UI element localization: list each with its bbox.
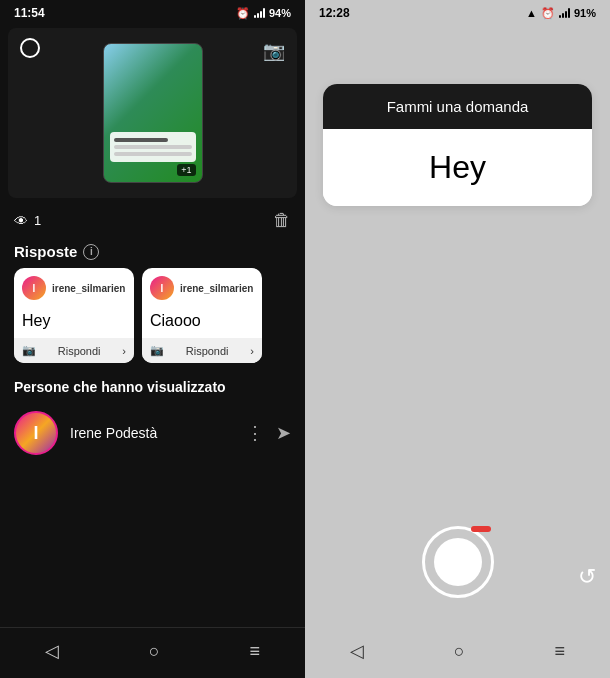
- delete-icon[interactable]: 🗑: [273, 210, 291, 231]
- left-bottom-nav: ◁ ○ ≡: [0, 627, 305, 678]
- response-avatar-0: I: [22, 276, 46, 300]
- views-count: 👁 1: [14, 213, 41, 229]
- left-status-bar: 11:54 ⏰ 94%: [0, 0, 305, 24]
- reply-btn-1[interactable]: 📷 Rispondi ›: [142, 338, 262, 363]
- reply-label-0: Rispondi: [58, 345, 101, 357]
- left-alarm-icon: ⏰: [236, 7, 250, 20]
- views-bar: 👁 1 🗑: [0, 202, 305, 239]
- person-actions-0: ⋮ ➤: [246, 422, 291, 444]
- right-status-bar: 12:28 ▲ ⏰ 91%: [305, 0, 610, 24]
- question-card-header: Fammi una domanda: [323, 84, 592, 129]
- response-username-0: irene_silmarien: [52, 283, 125, 294]
- right-back-btn[interactable]: ◁: [350, 640, 364, 662]
- response-username-1: irene_silmarien: [180, 283, 253, 294]
- reply-btn-icon-0: 📷: [22, 344, 36, 357]
- response-cards-container: I irene_silmarien Hey 📷 Rispondi › I ire…: [0, 268, 305, 363]
- right-menu-btn[interactable]: ≡: [555, 641, 566, 662]
- left-status-right: ⏰ 94%: [236, 7, 291, 20]
- response-text-0: Hey: [14, 308, 134, 338]
- chevron-right-icon-0: ›: [122, 345, 126, 357]
- story-preview[interactable]: +1 📷: [8, 28, 297, 198]
- reply-btn-icon-1: 📷: [150, 344, 164, 357]
- right-bottom-nav: ◁ ○ ≡: [305, 628, 610, 678]
- left-home-btn[interactable]: ○: [149, 641, 160, 662]
- left-time: 11:54: [14, 6, 45, 20]
- right-panel: 12:28 ▲ ⏰ 91% Fammi una domanda Hey ↺ ◁ …: [305, 0, 610, 678]
- rotate-camera-icon[interactable]: ↺: [578, 564, 596, 590]
- left-menu-btn[interactable]: ≡: [250, 641, 261, 662]
- right-home-btn[interactable]: ○: [454, 641, 465, 662]
- reply-label-1: Rispondi: [186, 345, 229, 357]
- camera-outer-ring[interactable]: [422, 526, 494, 598]
- response-card-0[interactable]: I irene_silmarien Hey 📷 Rispondi ›: [14, 268, 134, 363]
- story-thumb-card: [110, 132, 196, 162]
- person-name-0: Irene Podestà: [70, 425, 234, 441]
- right-alarm-icon: ⏰: [541, 7, 555, 20]
- left-battery: 94%: [269, 7, 291, 19]
- response-card-top-0: I irene_silmarien: [14, 268, 134, 308]
- story-ring-icon: [20, 38, 40, 58]
- camera-icon[interactable]: 📷: [263, 40, 285, 62]
- story-thumbnail: +1: [103, 43, 203, 183]
- chevron-right-icon-1: ›: [250, 345, 254, 357]
- more-options-icon[interactable]: ⋮: [246, 422, 264, 444]
- reply-btn-0[interactable]: 📷 Rispondi ›: [14, 338, 134, 363]
- info-icon[interactable]: i: [83, 244, 99, 260]
- question-card: Fammi una domanda Hey: [323, 84, 592, 206]
- person-row-0: I Irene Podestà ⋮ ➤: [0, 403, 305, 463]
- camera-shutter-area: [422, 526, 494, 598]
- right-arrow-icon: ▲: [526, 7, 537, 19]
- response-card-1[interactable]: I irene_silmarien Ciaooo 📷 Rispondi ›: [142, 268, 262, 363]
- eye-icon: 👁: [14, 213, 28, 229]
- views-number: 1: [34, 213, 41, 228]
- risposte-header: Risposte i: [0, 239, 305, 268]
- person-avatar-0: I: [14, 411, 58, 455]
- response-card-top-1: I irene_silmarien: [142, 268, 262, 308]
- right-battery: 91%: [574, 7, 596, 19]
- left-panel: 11:54 ⏰ 94% +1 📷 👁 1 🗑 Ris: [0, 0, 305, 678]
- right-time: 12:28: [319, 6, 350, 20]
- story-badge: +1: [177, 164, 195, 176]
- response-avatar-1: I: [150, 276, 174, 300]
- response-text-1: Ciaooo: [142, 308, 262, 338]
- send-icon[interactable]: ➤: [276, 422, 291, 444]
- people-section-label: Persone che hanno visualizzato: [0, 363, 305, 403]
- right-signal: [559, 8, 570, 18]
- risposte-label: Risposte: [14, 243, 77, 260]
- left-back-btn[interactable]: ◁: [45, 640, 59, 662]
- right-status-right: ▲ ⏰ 91%: [526, 7, 596, 20]
- question-card-answer: Hey: [323, 129, 592, 206]
- camera-inner-dot[interactable]: [434, 538, 482, 586]
- left-signal: [254, 8, 265, 18]
